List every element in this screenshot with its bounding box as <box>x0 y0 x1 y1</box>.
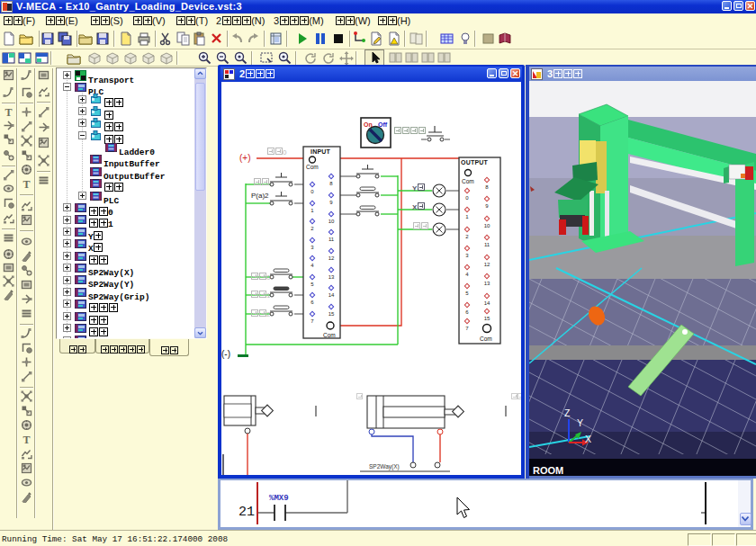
svg-text:12: 12 <box>328 255 335 261</box>
svg-text:10: 10 <box>484 223 490 228</box>
svg-text:14: 14 <box>328 292 335 298</box>
svg-text:Y: Y <box>577 417 583 428</box>
svg-text:T: T <box>23 178 31 190</box>
svg-text:15: 15 <box>484 316 490 321</box>
svg-text:X: X <box>585 434 591 444</box>
svg-text:10: 10 <box>328 219 335 224</box>
svg-text:11: 11 <box>484 242 490 247</box>
svg-text:13: 13 <box>328 274 335 280</box>
svg-text:Z: Z <box>564 407 571 418</box>
svg-text:13: 13 <box>484 281 490 286</box>
svg-text:ROOM: ROOM <box>533 465 563 476</box>
svg-text:T: T <box>23 434 31 445</box>
svg-text:T: T <box>5 106 13 118</box>
svg-text:15: 15 <box>328 311 335 317</box>
svg-text:14: 14 <box>484 300 490 306</box>
svg-text:12: 12 <box>484 262 490 267</box>
svg-text:11: 11 <box>328 237 335 242</box>
